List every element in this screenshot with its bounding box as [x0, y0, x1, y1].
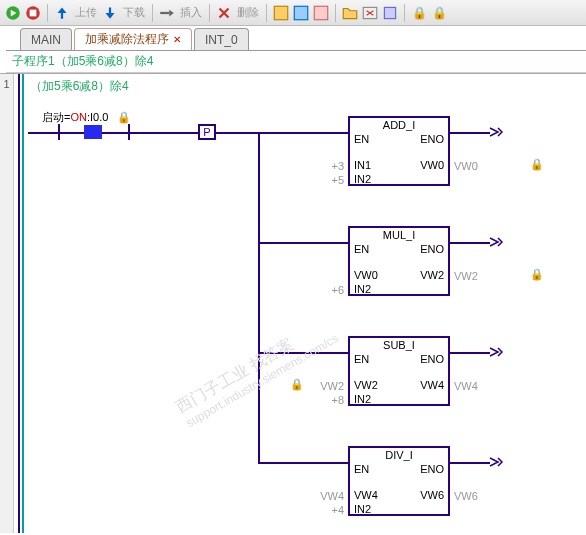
block-title: DIV_I — [350, 448, 448, 462]
contact[interactable] — [28, 124, 168, 140]
insert-label: 插入 — [178, 5, 204, 20]
rung-comment: （加5乘6减8）除4 — [30, 78, 129, 95]
svg-rect-6 — [314, 6, 328, 20]
block-sub[interactable]: SUB_I ENENO VW2VW4 IN2 — [348, 336, 450, 406]
block-mul[interactable]: MUL_I ENENO VW0VW2 IN2 — [348, 226, 450, 296]
tab-label: INT_0 — [205, 33, 238, 47]
gutter: 1 — [0, 74, 14, 533]
delete-icon[interactable] — [215, 4, 233, 22]
stop-icon[interactable] — [24, 4, 42, 22]
param-in1: VW4 — [308, 490, 344, 502]
block-title: MUL_I — [350, 228, 448, 242]
close-tab-icon[interactable]: ✕ — [173, 34, 181, 45]
down-icon[interactable] — [101, 4, 119, 22]
eno-arrow-icon — [488, 456, 504, 468]
param-out: VW6 — [454, 490, 478, 502]
insert-icon[interactable] — [158, 4, 176, 22]
close-icon[interactable] — [361, 4, 379, 22]
delete-label: 删除 — [235, 5, 261, 20]
param-in1: VW2 — [308, 380, 344, 392]
block-div[interactable]: DIV_I ENENO VW4VW6 IN2 — [348, 446, 450, 516]
grid2-icon[interactable] — [292, 4, 310, 22]
param-in1: +3 — [308, 160, 344, 172]
tab-main[interactable]: MAIN — [20, 28, 72, 50]
param-in2: +8 — [308, 394, 344, 406]
lock1-icon[interactable]: 🔒 — [410, 4, 428, 22]
svg-rect-2 — [30, 9, 37, 16]
download-label: 下载 — [121, 5, 147, 20]
eno-arrow-icon — [488, 346, 504, 358]
edge-detect[interactable]: P — [198, 124, 216, 140]
grid1-icon[interactable] — [272, 4, 290, 22]
power-rails — [18, 74, 22, 533]
tab-prog[interactable]: 加乘减除法程序✕ — [74, 28, 192, 50]
param-out: VW2 — [454, 270, 478, 282]
watermark: 西门子工业 找答案 support.industry.siemens.com/c… — [173, 313, 341, 430]
lock2-icon[interactable]: 🔒 — [430, 4, 448, 22]
eno-arrow-icon — [488, 126, 504, 138]
lock-icon: 🔒 — [530, 268, 542, 280]
upload-label: 上传 — [73, 5, 99, 20]
svg-rect-4 — [274, 6, 288, 20]
lock-icon: 🔒 — [117, 111, 131, 123]
param-in2: +5 — [308, 174, 344, 186]
svg-rect-8 — [384, 7, 395, 18]
svg-rect-5 — [294, 6, 308, 20]
tab-int0[interactable]: INT_0 — [194, 28, 249, 50]
network-title: 子程序1（加5乘6减8）除4 — [6, 50, 586, 73]
lock-icon: 🔒 — [290, 378, 302, 390]
param-in2: +4 — [308, 504, 344, 516]
block-add[interactable]: ADD_I ENENO IN1VW0 IN2 — [348, 116, 450, 186]
param-out: VW0 — [454, 160, 478, 172]
param-in2: +6 — [308, 284, 344, 296]
tab-label: MAIN — [31, 33, 61, 47]
svg-rect-3 — [160, 11, 169, 13]
book-icon[interactable] — [381, 4, 399, 22]
lock-icon: 🔒 — [530, 158, 542, 170]
grid3-icon[interactable] — [312, 4, 330, 22]
toolbar: 上传 下载 插入 删除 🔒 🔒 — [0, 0, 586, 26]
block-title: SUB_I — [350, 338, 448, 352]
contact-label: 启动=ON:I0.0 🔒 — [42, 110, 125, 125]
ladder-editor: 1 （加5乘6减8）除4 启动=ON:I0.0 🔒 P ADD_I ENENO … — [0, 73, 586, 533]
param-out: VW4 — [454, 380, 478, 392]
rung-number: 1 — [3, 78, 9, 90]
run-icon[interactable] — [4, 4, 22, 22]
folder-icon[interactable] — [341, 4, 359, 22]
tab-bar: MAIN 加乘减除法程序✕ INT_0 — [0, 26, 586, 50]
eno-arrow-icon — [488, 236, 504, 248]
block-title: ADD_I — [350, 118, 448, 132]
up-icon[interactable] — [53, 4, 71, 22]
tab-label: 加乘减除法程序 — [85, 31, 169, 48]
